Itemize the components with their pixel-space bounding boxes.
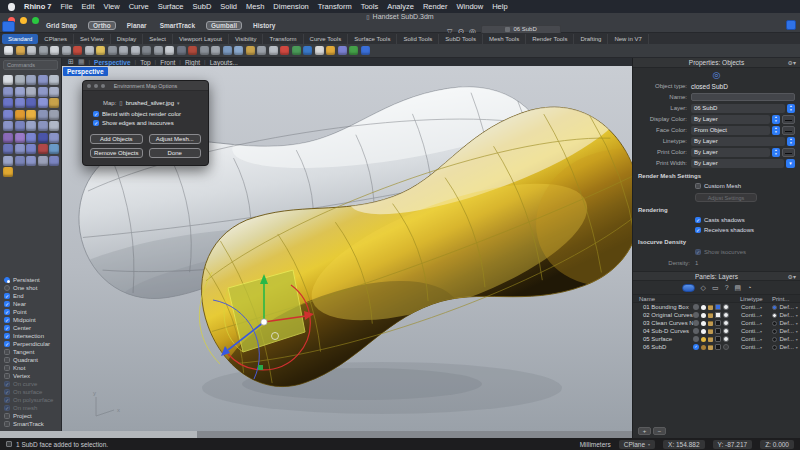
analyze-tool-icon[interactable]: [38, 144, 48, 154]
tab-display[interactable]: Display: [111, 34, 144, 44]
remove-objects-button[interactable]: Remove Objects: [90, 148, 143, 158]
dialog-close-icon[interactable]: [87, 84, 91, 88]
menu-dimension[interactable]: Dimension: [273, 2, 308, 11]
layer-linetype[interactable]: Conti...: [741, 320, 772, 326]
layer-row-01-bounding-box[interactable]: 01 Bounding BoxConti...Def...: [633, 303, 800, 311]
add-objects-button[interactable]: Add Objects: [90, 134, 143, 144]
point-tool-icon[interactable]: [15, 75, 25, 85]
current-layer-indicator[interactable]: [693, 320, 699, 326]
object-properties-icon[interactable]: [633, 68, 800, 81]
boolean-union-tool-icon[interactable]: [3, 121, 13, 131]
layer-print[interactable]: Def...: [772, 336, 800, 342]
sphere-tool-icon[interactable]: [15, 110, 25, 120]
lightbulb-icon[interactable]: [701, 345, 706, 350]
join-icon[interactable]: [211, 46, 220, 55]
menu-surface[interactable]: Surface: [158, 2, 184, 11]
cylinder-tool-icon[interactable]: [26, 110, 36, 120]
mesh-split-tool-icon[interactable]: [26, 144, 36, 154]
tab-curve-tools[interactable]: Curve Tools: [304, 34, 349, 44]
subd-bridge-tool-icon[interactable]: [38, 133, 48, 143]
tab-viewport-layout[interactable]: Viewport Layout: [173, 34, 229, 44]
current-layer-indicator[interactable]: [693, 312, 699, 318]
loft-tool-icon[interactable]: [15, 98, 25, 108]
box-tool-icon[interactable]: [3, 110, 13, 120]
layers-icon[interactable]: [682, 284, 695, 292]
adjust-settings-button[interactable]: Adjust Settings: [695, 193, 757, 202]
sweep-tool-icon[interactable]: [26, 98, 36, 108]
layer-linetype[interactable]: Conti...: [741, 328, 772, 334]
layer-linetype[interactable]: Conti...: [741, 312, 772, 318]
menu-analyze[interactable]: Analyze: [387, 2, 414, 11]
shell-tool-icon[interactable]: [49, 121, 59, 131]
casts-shadows-checkbox[interactable]: [695, 217, 701, 223]
menu-transform[interactable]: Transform: [318, 2, 352, 11]
custom-mesh-checkbox[interactable]: [695, 183, 701, 189]
toggle-history[interactable]: History: [251, 21, 277, 30]
layer-print[interactable]: Def...: [772, 344, 800, 350]
receives-shadows-checkbox[interactable]: [695, 227, 701, 233]
lock-icon[interactable]: [708, 329, 713, 334]
save-icon[interactable]: [27, 46, 36, 55]
tab-new-in-v7[interactable]: New in V7: [608, 34, 648, 44]
layer-row-06-subd[interactable]: 06 SubDConti...Def...: [633, 343, 800, 351]
menu-rhino-7[interactable]: Rhino 7: [24, 2, 52, 11]
rectangle-tool-icon[interactable]: [15, 87, 25, 97]
osnap-near-checkbox[interactable]: [4, 301, 10, 307]
polygon-tool-icon[interactable]: [26, 87, 36, 97]
cone-tool-icon[interactable]: [38, 110, 48, 120]
lock-icon[interactable]: [708, 337, 713, 342]
help-icon[interactable]: [361, 46, 370, 55]
material-icon[interactable]: [723, 336, 729, 342]
linetype-stepper-icon[interactable]: [787, 137, 795, 146]
tab-render-tools[interactable]: Render Tools: [526, 34, 574, 44]
offset-icon[interactable]: [280, 46, 289, 55]
layer-color-swatch[interactable]: [715, 320, 721, 326]
curve-tool-icon[interactable]: [26, 75, 36, 85]
redo-icon[interactable]: [108, 46, 117, 55]
split-icon[interactable]: [246, 46, 255, 55]
layer-print[interactable]: Def...: [772, 320, 800, 326]
layer-color-swatch[interactable]: [715, 328, 721, 334]
osnap-quadrant-checkbox[interactable]: [4, 357, 10, 363]
display-color-stepper-icon[interactable]: [772, 115, 780, 124]
pan-icon[interactable]: [119, 46, 128, 55]
group-icon[interactable]: [303, 46, 312, 55]
lightning-tool-icon[interactable]: [3, 167, 13, 177]
tab-drafting[interactable]: Drafting: [574, 34, 608, 44]
cut-icon[interactable]: [50, 46, 59, 55]
lock-icon[interactable]: [708, 321, 713, 326]
clipping-icon[interactable]: [747, 284, 751, 292]
cplane-select[interactable]: CPlane: [619, 440, 655, 449]
sidebar-toggle-icon[interactable]: [786, 20, 796, 30]
tab-surface-tools[interactable]: Surface Tools: [348, 34, 397, 44]
print-color-swatch[interactable]: [782, 148, 795, 157]
subd-crease-tool-icon[interactable]: [26, 133, 36, 143]
osnap-midpoint-checkbox[interactable]: [4, 317, 10, 323]
layer-row-05-surface[interactable]: 05 SurfaceConti...Def...: [633, 335, 800, 343]
lightbulb-icon[interactable]: [701, 329, 706, 334]
notes-icon[interactable]: [735, 284, 742, 292]
print-width-select[interactable]: By Layer: [691, 159, 784, 168]
apple-icon[interactable]: [8, 3, 15, 11]
lightbulb-icon[interactable]: [701, 313, 706, 318]
viewport-tab-perspective[interactable]: Perspective: [94, 59, 131, 66]
adjust-mesh-button[interactable]: Adjust Mesh...: [149, 134, 202, 144]
layer-stepper-icon[interactable]: [787, 104, 795, 113]
layer-row-02-original-curves[interactable]: 02 Original CurvesConti...Def...: [633, 311, 800, 319]
array-icon[interactable]: [292, 46, 301, 55]
osnap-smarttrack-checkbox[interactable]: [4, 421, 10, 427]
arc-tool-icon[interactable]: [3, 87, 13, 97]
linetype-select[interactable]: By Layer: [691, 137, 785, 146]
render-sphere-icon[interactable]: [349, 46, 358, 55]
add-layer-button[interactable]: +: [638, 427, 651, 435]
materials-icon[interactable]: [701, 284, 706, 292]
minimize-window-icon[interactable]: [20, 17, 27, 24]
layer-linetype[interactable]: Conti...: [741, 336, 772, 342]
show-edges-and-isocurves-checkbox[interactable]: [93, 120, 99, 126]
material-icon[interactable]: [723, 312, 729, 318]
map-stepper-icon[interactable]: [177, 100, 180, 106]
units-indicator[interactable]: Millimeters: [580, 441, 611, 448]
toggle-planar[interactable]: Planar: [125, 21, 149, 30]
layer-color-swatch[interactable]: [715, 304, 721, 310]
layer-select[interactable]: 06 SubD: [691, 104, 785, 113]
